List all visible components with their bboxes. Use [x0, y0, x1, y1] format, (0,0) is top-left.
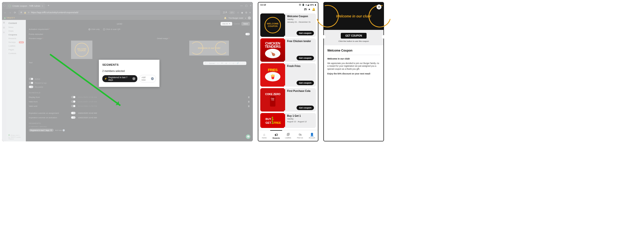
close-icon[interactable]: × — [376, 5, 382, 10]
browser-titlebar: Create coupon - Trifft Admin × + — ▢ × — [2, 2, 253, 9]
nav-dashboard-icon[interactable]: ▦ — [3, 21, 6, 24]
remove-chip-icon[interactable]: × — [50, 129, 52, 131]
tab-rewards[interactable]: 🏷Rewards — [270, 130, 282, 141]
coupon-validity: August 12 - August 12 — [287, 121, 314, 123]
new-tab-button[interactable]: + — [46, 4, 51, 7]
cancel-button[interactable]: Cancel — [234, 23, 240, 25]
get-coupon-button[interactable]: GET COUPON — [341, 33, 366, 39]
valid-from-date[interactable]: 01/01/2025 12:00 AM — [78, 100, 97, 103]
list-icon[interactable]: ≔ — [221, 62, 224, 64]
bold-icon[interactable]: B — [226, 62, 228, 64]
close-tab-icon[interactable]: × — [42, 5, 43, 8]
remove-chip-icon[interactable]: × — [132, 77, 135, 80]
popover-segment-chip[interactable]: ⚡ Registered in last 7 days × — [102, 75, 137, 82]
undo-icon[interactable]: ↶ — [205, 62, 208, 64]
menu-icon[interactable]: ≡ — [249, 11, 251, 14]
translate-icon[interactable]: 文A — [223, 11, 227, 14]
radio-click-scan-qr[interactable]: Click & scan QR — [103, 28, 120, 30]
coupon-card[interactable]: FRIES 🍟 Fresh Fries Get coupon — [260, 63, 316, 87]
reload-icon[interactable]: ⟳ — [14, 11, 16, 14]
chevron-down-icon[interactable]: ▾ — [245, 17, 246, 19]
detail-image[interactable]: Welcome in our club! — [189, 41, 229, 56]
exp-assign-date: 10/02/2025 10:42 AM — [78, 112, 97, 114]
editor-toolbar[interactable]: ↶ Normal ≡ ≔ B I U 🔗 ⋯ — [203, 61, 246, 65]
app-logo: ◆ TRIFFT — [4, 17, 15, 19]
coupon-card[interactable]: CHICKENTENDERS 🍗 Free Chicken tender Get… — [260, 38, 316, 62]
valid-until-toggle[interactable] — [71, 105, 76, 107]
add-segment-button[interactable]: Add new+ — [55, 129, 65, 132]
detail-paragraph-2: Enjoy the 50% discount on your next meal… — [327, 72, 380, 75]
trash-icon[interactable]: 🗑 — [248, 100, 250, 103]
get-coupon-button[interactable]: Get coupon — [296, 56, 314, 60]
segment-chip[interactable]: Registered in last 7 days× — [29, 129, 54, 132]
sidebar-item-coupons[interactable]: Coupons — [6, 33, 26, 37]
link-icon[interactable]: 🔗 — [237, 62, 240, 64]
sidebar-item-leaflets[interactable]: Leaflets — [6, 44, 26, 48]
nav-settings-icon[interactable]: ⚙ — [3, 31, 6, 34]
sidebar-item-pages[interactable]: Pages — [6, 48, 26, 52]
zoom-level[interactable]: 80% — [229, 11, 235, 14]
avatar[interactable] — [248, 17, 251, 20]
forward-icon[interactable]: → — [9, 11, 12, 14]
valid-from-toggle[interactable] — [71, 100, 76, 103]
save-button[interactable]: Save — [242, 22, 250, 26]
close-window-icon[interactable]: × — [250, 4, 251, 7]
sidebar-item-surveys[interactable]: SurveysNEW — [6, 40, 26, 44]
sidebar-item-rewards[interactable]: Rewards — [6, 37, 26, 40]
sidebar-item-contests[interactable]: Contests — [6, 52, 26, 55]
pinned-label: Pinned to top — [35, 82, 46, 84]
trash-icon[interactable]: 🗑 — [248, 96, 250, 98]
underline-icon[interactable]: U — [233, 62, 235, 64]
get-coupon-button[interactable]: Get coupon — [296, 31, 314, 35]
valid-until-date[interactable]: 31/12/2099 11:59 PM — [78, 105, 97, 107]
coupon-tile: WELCOME COUPON — [260, 14, 285, 37]
sidebar-item-news[interactable]: News — [6, 25, 26, 29]
get-coupon-button[interactable]: Get coupon — [296, 81, 314, 85]
display-from-date[interactable]: 01/01/2025 12:00 AM — [78, 96, 97, 98]
sidebar-item-deals[interactable]: Deals — [6, 29, 26, 33]
trash-icon[interactable]: 🗑 — [248, 105, 250, 107]
phone-status-bar: 11:12 ⓝ 📳 ▭◢ 20% ▮ — [258, 3, 318, 7]
ask-ai-button[interactable]: Ask AI✦ — [220, 22, 232, 26]
tab-find-us[interactable]: 🛍Find Us — [294, 130, 306, 141]
url-box[interactable]: ⛨ 🔒 ⚙ https://app.trifft.io/cacitoky/con… — [18, 10, 220, 15]
notifications-icon[interactable]: 🔔 — [312, 8, 316, 11]
minimize-icon[interactable]: — — [240, 4, 243, 7]
chat-fab[interactable]: 💬 — [246, 135, 250, 139]
radio-click-only[interactable]: Click only — [88, 28, 100, 30]
phone-coupon-detail: Welcome in our club! × GET COUPON Click … — [323, 2, 384, 141]
active-toggle[interactable] — [29, 78, 33, 80]
activation-label: Activation requirement * — [29, 28, 68, 30]
bookmark-icon[interactable]: ☆ — [237, 11, 239, 14]
more-icon[interactable]: ⋯ — [242, 62, 245, 64]
tab-home[interactable]: ⌂Home — [258, 130, 270, 141]
coupon-card[interactable]: WELCOME COUPON Welcome Coupon Validity: … — [260, 14, 316, 37]
get-coupon-button[interactable]: Get coupon — [296, 105, 314, 110]
settings-icon[interactable]: ⚙ — [245, 11, 247, 14]
popover-add-segment-button[interactable]: Add new + — [139, 75, 156, 82]
tab-leaflets[interactable]: 🗐Leaflets — [282, 130, 294, 141]
maximize-icon[interactable]: ▢ — [245, 4, 247, 7]
pinned-toggle[interactable] — [29, 82, 33, 84]
points-toggle[interactable] — [246, 33, 250, 35]
extension-icon[interactable]: ◆ — [241, 11, 243, 14]
browser-tab[interactable]: Create coupon - Trifft Admin × — [6, 3, 45, 9]
coupon-card[interactable]: COKE ZERO Coca-Cola First Purchase Cola … — [260, 88, 316, 111]
font-select[interactable]: Normal — [209, 62, 216, 64]
bell-icon[interactable]: 🔔 — [224, 17, 226, 19]
coupon-card[interactable]: BUY1GET1FREE Buy 1 Get 1 Validity: Augus… — [260, 113, 316, 128]
back-icon[interactable]: ← — [4, 11, 6, 14]
nav-content-icon[interactable]: ▤ — [3, 26, 6, 29]
display-from-toggle[interactable] — [71, 96, 76, 98]
account-icon: 👤 — [310, 133, 314, 137]
coupon-list[interactable]: WELCOME COUPON Welcome Coupon Validity: … — [258, 13, 318, 130]
preview-image[interactable]: WELCOME COUPON — [71, 41, 92, 59]
exp-assign-toggle[interactable] — [71, 112, 76, 114]
reusable-toggle[interactable] — [29, 86, 33, 88]
align-icon[interactable]: ≡ — [217, 62, 220, 64]
exp-activate-toggle[interactable] — [71, 116, 76, 119]
tab-account[interactable]: 👤Account — [306, 130, 318, 141]
italic-icon[interactable]: I — [230, 62, 231, 64]
points-label: Points deducted — [29, 33, 68, 35]
sidebar-footer: Always visit ▾ by TRIFFT Loyalty Platfor… — [8, 135, 26, 140]
